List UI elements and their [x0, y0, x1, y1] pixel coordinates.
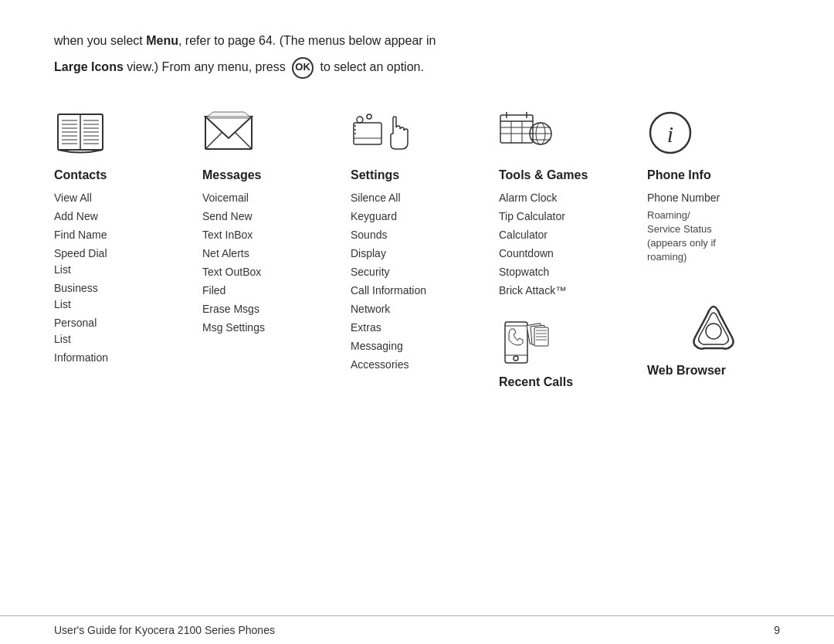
- phoneinfo-column: i Phone Info Phone Number Roaming/Servic…: [639, 102, 780, 397]
- messages-item-textinbox: Text InBox: [202, 227, 335, 243]
- contacts-item-personallist: PersonalList: [54, 315, 187, 347]
- messages-item-erasemsgs: Erase Msgs: [202, 301, 335, 317]
- tools-icon: [499, 102, 632, 164]
- settings-item-keyguard: Keyguard: [351, 208, 483, 225]
- svg-marker-20: [205, 112, 252, 118]
- ok-button-icon: OK: [292, 57, 314, 79]
- intro-line2: Large Icons view.) From any menu, press …: [54, 57, 780, 79]
- tools-item-tipcalc: Tip Calculator: [499, 208, 632, 225]
- tools-title: Tools & Games: [499, 168, 632, 182]
- tools-item-brickattack: Brick Attack™: [499, 283, 632, 299]
- messages-item-msgsettings: Msg Settings: [202, 320, 335, 336]
- phoneinfo-icon: i: [647, 102, 780, 164]
- svg-rect-23: [354, 123, 381, 144]
- svg-point-27: [354, 133, 356, 134]
- contacts-icon-svg: [54, 110, 107, 155]
- svg-line-18: [205, 132, 222, 149]
- svg-point-22: [367, 114, 371, 119]
- messages-column: Messages Voicemail Send New Text InBox N…: [195, 102, 343, 397]
- contacts-item-viewall: View All: [54, 190, 187, 206]
- svg-rect-28: [500, 115, 533, 143]
- contacts-item-information: Information: [54, 350, 187, 366]
- footer-page-number: 9: [774, 624, 780, 636]
- settings-item-security: Security: [351, 264, 483, 280]
- tools-item-countdown: Countdown: [499, 246, 632, 262]
- web-browser-section: Web Browser: [647, 282, 780, 385]
- tools-item-alarmclock: Alarm Clock: [499, 190, 632, 206]
- svg-point-25: [354, 125, 356, 127]
- tools-icon-svg: [499, 110, 553, 155]
- messages-icon-svg: [202, 110, 255, 155]
- phoneinfo-title: Phone Info: [647, 168, 780, 182]
- intro-text-part2: , refer to page 64. (The menus below app…: [178, 34, 436, 47]
- messages-item-filed: Filed: [202, 283, 335, 299]
- phoneinfo-item-phonenumber: Phone Number: [647, 190, 780, 206]
- intro-text-part1: when you select: [54, 34, 146, 47]
- messages-item-textoutbox: Text OutBox: [202, 264, 335, 280]
- contacts-icon: [54, 102, 187, 164]
- contacts-title: Contacts: [54, 168, 187, 182]
- settings-title: Settings: [351, 168, 483, 182]
- settings-item-silenceall: Silence All: [351, 190, 483, 206]
- svg-marker-16: [205, 117, 252, 138]
- settings-item-network: Network: [351, 301, 483, 317]
- intro-text-end: to select an option.: [317, 60, 424, 73]
- svg-line-19: [235, 132, 252, 149]
- intro-bold-menu: Menu: [146, 34, 178, 47]
- recent-calls-section: Recent Calls: [499, 309, 632, 397]
- tools-item-calculator: Calculator: [499, 227, 632, 243]
- svg-point-21: [357, 117, 363, 123]
- svg-point-41: [514, 356, 518, 361]
- intro-line1: when you select Menu, refer to page 64. …: [54, 31, 780, 51]
- web-browser-icon: [647, 297, 780, 359]
- settings-item-accessories: Accessories: [351, 357, 483, 373]
- contacts-column: Contacts View All Add New Find Name Spee…: [54, 102, 195, 397]
- recent-calls-icon-svg: [499, 318, 561, 368]
- web-browser-icon-svg: [687, 302, 740, 354]
- messages-item-sendnew: Send New: [202, 208, 335, 225]
- messages-icon: [202, 102, 335, 164]
- contacts-item-speeddial: Speed DialList: [54, 246, 187, 278]
- footer-left: User's Guide for Kyocera 2100 Series Pho…: [54, 624, 275, 636]
- settings-item-sounds: Sounds: [351, 227, 483, 243]
- settings-item-extras: Extras: [351, 320, 483, 336]
- svg-rect-17: [205, 117, 252, 149]
- contacts-item-addnew: Add New: [54, 208, 187, 225]
- settings-icon: [351, 102, 483, 164]
- phoneinfo-icon-svg: i: [647, 110, 693, 156]
- settings-item-messaging: Messaging: [351, 338, 483, 354]
- settings-item-callinfo: Call Information: [351, 283, 483, 299]
- messages-item-voicemail: Voicemail: [202, 190, 335, 206]
- phoneinfo-item-roaming: Roaming/Service Status(appears only ifro…: [647, 208, 780, 265]
- intro-bold-largeicons: Large Icons: [54, 60, 124, 73]
- settings-item-display: Display: [351, 246, 483, 262]
- menu-grid: Contacts View All Add New Find Name Spee…: [54, 102, 780, 397]
- recent-calls-icon: [499, 317, 632, 371]
- recent-calls-title: Recent Calls: [499, 375, 632, 389]
- svg-point-26: [354, 129, 356, 130]
- settings-column: Settings Silence All Keyguard Sounds Dis…: [343, 102, 491, 397]
- contacts-item-findname: Find Name: [54, 227, 187, 243]
- intro-text-view: view.) From any menu, press: [124, 60, 289, 73]
- web-browser-title: Web Browser: [647, 364, 780, 378]
- tools-column: Tools & Games Alarm Clock Tip Calculator…: [491, 102, 639, 397]
- footer: User's Guide for Kyocera 2100 Series Pho…: [0, 615, 834, 644]
- svg-text:i: i: [667, 121, 673, 147]
- tools-item-stopwatch: Stopwatch: [499, 264, 632, 280]
- svg-point-53: [706, 324, 721, 339]
- contacts-item-businesslist: BusinessList: [54, 280, 187, 313]
- messages-title: Messages: [202, 168, 335, 182]
- messages-item-netalerts: Net Alerts: [202, 246, 335, 262]
- settings-icon-svg: [351, 110, 412, 155]
